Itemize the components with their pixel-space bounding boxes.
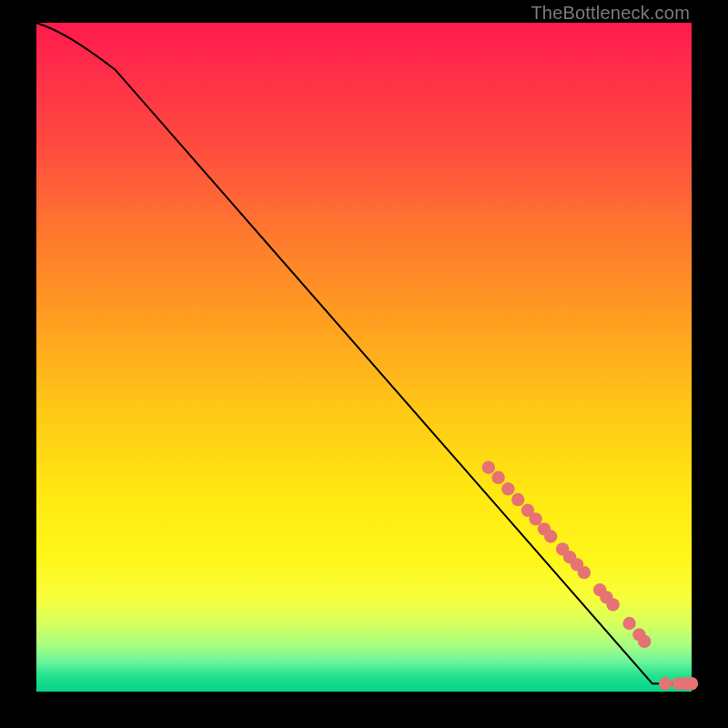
data-marker	[622, 617, 635, 630]
data-marker	[511, 493, 524, 506]
bottleneck-curve	[36, 23, 692, 683]
data-marker	[685, 677, 698, 690]
plot-area	[36, 23, 692, 692]
data-marker	[578, 566, 591, 579]
data-marker	[529, 512, 541, 525]
data-marker	[659, 677, 672, 690]
curve-layer	[36, 23, 692, 692]
data-marker	[638, 635, 651, 648]
attribution-text: TheBottleneck.com	[531, 3, 690, 24]
chart-stage: TheBottleneck.com	[0, 0, 728, 728]
data-marker	[501, 482, 514, 495]
data-marker	[491, 471, 504, 484]
data-marker	[606, 598, 619, 611]
data-marker	[544, 530, 557, 542]
data-marker	[482, 461, 495, 474]
